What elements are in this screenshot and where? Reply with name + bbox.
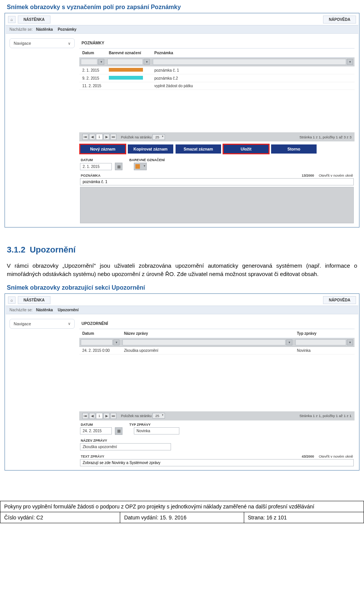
pager: ⏮ ◀ 1 ▶ ⏭ Položek na stránku 25 Stránka …	[79, 411, 355, 420]
panel-title-poznamky: POZNÁMKY	[79, 38, 355, 49]
color-picker[interactable]	[134, 163, 147, 170]
open-in-new-window[interactable]: Otevřít v novém okně	[319, 454, 353, 458]
footer-table: Pokyny pro vyplnění formuláře žádosti o …	[0, 501, 364, 523]
chevron-down-icon: ∨	[68, 322, 71, 326]
funnel-icon[interactable]: ▾	[347, 59, 353, 65]
per-page-label: Položek na stránku	[121, 135, 152, 139]
date-input[interactable]	[80, 163, 112, 170]
col-nazev[interactable]: Název zprávy	[121, 329, 294, 338]
pager-prev[interactable]: ◀	[89, 413, 95, 419]
footer-page: Strana: 16 z 101	[244, 512, 364, 523]
funnel-icon[interactable]: ▾	[98, 59, 104, 65]
label-datum: DATUM	[81, 423, 122, 427]
label-barva: BAREVNÉ OZNAČENÍ	[129, 158, 165, 162]
note-textarea[interactable]	[80, 187, 354, 223]
footer-issue: Číslo vydání: C2	[0, 512, 120, 523]
open-in-new-window[interactable]: Otevřít v novém okně	[319, 173, 353, 177]
date-input[interactable]	[80, 427, 112, 434]
title-input[interactable]	[80, 443, 171, 450]
pager-first[interactable]: ⏮	[82, 413, 88, 419]
home-button[interactable]: ⌂	[8, 296, 16, 304]
breadcrumb-poznamky[interactable]: Poznámky	[58, 27, 76, 31]
col-poznamka[interactable]: Poznámka	[151, 49, 355, 58]
pager-next[interactable]: ▶	[104, 413, 110, 419]
filter-poznamka[interactable]	[153, 59, 346, 65]
pager-first[interactable]: ⏮	[82, 134, 88, 140]
breadcrumb: Nacházíte se: Nástěnka Poznámky	[6, 25, 358, 34]
topbar: ⌂ NÁSTĚNKA NÁPOVĚDA	[6, 295, 358, 306]
funnel-icon[interactable]: ▾	[144, 59, 150, 65]
col-barva[interactable]: Barevné označení	[106, 49, 151, 58]
section-paragraph: V rámci obrazovky „Upozornění" jsou uživ…	[0, 259, 364, 281]
filter-barva[interactable]	[107, 59, 143, 65]
alerts-grid: Datum Název zprávy Typ zprávy ▾ ▾ ▾ 24. …	[79, 329, 355, 354]
funnel-icon[interactable]: ▾	[113, 339, 119, 345]
pager-page[interactable]: 1	[96, 134, 103, 140]
pager-page[interactable]: 1	[96, 413, 103, 419]
table-row[interactable]: 9. 2. 2015 poznámka č.2	[79, 74, 355, 82]
color-swatch-orange	[109, 68, 143, 72]
per-page-select[interactable]: 25	[152, 134, 165, 140]
tab-nastenka[interactable]: NÁSTĚNKA	[18, 296, 50, 304]
filter-typ[interactable]	[295, 339, 346, 345]
note-text-input[interactable]	[80, 178, 354, 185]
section-number: 3.1.2	[7, 245, 28, 255]
sidebar-nav-label: Navigace	[14, 41, 31, 45]
calendar-icon[interactable]: ▦	[115, 427, 122, 435]
table-row[interactable]: 24. 2. 2015 0:00 Zkouška upozornění Novi…	[79, 347, 355, 354]
section-heading: 3.1.2 Upozornění	[0, 235, 364, 259]
col-typ[interactable]: Typ zprávy	[294, 329, 355, 338]
filter-datum[interactable]	[81, 339, 113, 345]
filter-datum[interactable]	[81, 59, 97, 65]
breadcrumb-nastenka[interactable]: Nástěnka	[36, 308, 53, 312]
tab-napoveda[interactable]: NÁPOVĚDA	[323, 296, 356, 304]
new-record-button[interactable]: Nový záznam	[80, 144, 126, 154]
breadcrumb-nastenka[interactable]: Nástěnka	[36, 27, 53, 31]
label-typ: TYP ZPRÁVY	[129, 423, 151, 427]
char-counter: 43/2000	[302, 455, 314, 458]
table-row[interactable]: 11. 2. 2015 vyplnit žádost do pátku	[79, 82, 355, 90]
screenshot-alerts: ⌂ NÁSTĚNKA NÁPOVĚDA Nacházíte se: Nástěn…	[5, 293, 359, 471]
col-datum[interactable]: Datum	[79, 329, 121, 338]
funnel-icon[interactable]: ▾	[286, 339, 292, 345]
breadcrumb: Nacházíte se: Nástěnka Upozornění	[6, 306, 358, 314]
pager-status: Stránka 1 z 1, položky 1 až 3 z 3	[300, 135, 351, 139]
caption-2: Snímek obrazovky zobrazující sekci Upozo…	[0, 281, 364, 293]
topbar: ⌂ NÁSTĚNKA NÁPOVĚDA	[6, 14, 358, 25]
delete-record-button[interactable]: Smazat záznam	[176, 144, 221, 154]
message-text-input[interactable]	[80, 459, 354, 466]
funnel-icon[interactable]: ▾	[347, 339, 353, 345]
save-button[interactable]: Uložit	[223, 144, 269, 154]
color-swatch-cyan	[109, 76, 143, 80]
pager-last[interactable]: ⏭	[110, 413, 116, 419]
cancel-button[interactable]: Storno	[271, 144, 317, 154]
pager: ⏮ ◀ 1 ▶ ⏭ Položek na stránku 25 Stránka …	[79, 132, 355, 141]
breadcrumb-label: Nacházíte se:	[9, 308, 33, 312]
calendar-icon[interactable]: ▦	[115, 163, 122, 170]
tab-nastenka[interactable]: NÁSTĚNKA	[18, 16, 50, 24]
pager-prev[interactable]: ◀	[89, 134, 95, 140]
filter-nazev[interactable]	[122, 339, 286, 345]
sidebar-navigace[interactable]: Navigace ∨	[9, 38, 75, 48]
col-datum[interactable]: Datum	[79, 49, 106, 58]
home-button[interactable]: ⌂	[8, 16, 16, 23]
pager-status: Stránka 1 z 1, položky 1 až 1 z 1	[300, 414, 351, 418]
sidebar-navigace[interactable]: Navigace ∨	[9, 319, 75, 329]
screenshot-notes: ⌂ NÁSTĚNKA NÁPOVĚDA Nacházíte se: Nástěn…	[5, 13, 359, 227]
copy-record-button[interactable]: Kopírovat záznam	[128, 144, 173, 154]
per-page-label: Položek na stránku	[121, 414, 152, 418]
pager-last[interactable]: ⏭	[110, 134, 116, 140]
label-poznamka: POZNÁMKA	[81, 174, 100, 177]
type-input[interactable]	[134, 427, 179, 434]
per-page-select[interactable]: 25	[152, 413, 165, 419]
tab-napoveda[interactable]: NÁPOVĚDA	[323, 16, 356, 24]
chevron-down-icon: ∨	[68, 41, 71, 45]
breadcrumb-upozorneni[interactable]: Upozornění	[58, 308, 78, 312]
char-counter: 13/2000	[302, 174, 314, 177]
caption-1: Snímek obrazovky s vyznačením polí pro z…	[0, 0, 364, 13]
notes-grid: Datum Barevné označení Poznámka ▾ ▾ ▾ 2.…	[79, 49, 355, 90]
footer-date: Datum vydání: 15. 9. 2016	[120, 512, 244, 523]
label-datum: DATUM	[81, 158, 122, 162]
pager-next[interactable]: ▶	[104, 134, 110, 140]
table-row[interactable]: 2. 1. 2015 poznámka č. 1	[79, 66, 355, 74]
